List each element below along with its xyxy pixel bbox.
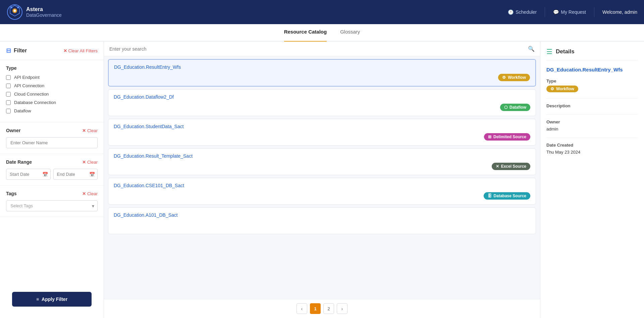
- select-tags-wrap: Select Tags ▾: [6, 200, 98, 211]
- catalog-item-footer-3: ⊞ Delimited Source: [114, 133, 530, 141]
- logo-area: Astera DataGovernance: [7, 4, 62, 20]
- badge-workflow-1: ⚙ Workflow: [498, 74, 530, 81]
- details-description-label: Description: [546, 103, 638, 108]
- details-type-value: ⚙ Workflow: [546, 86, 638, 92]
- apply-filter-btn[interactable]: ≡ Apply Filter: [12, 292, 92, 307]
- details-panel: ☰ Details DG_Education.ResultEntry_Wfs T…: [540, 42, 644, 318]
- svg-point-2: [14, 10, 16, 12]
- filter-title: ⊟ Filter: [6, 47, 27, 54]
- svg-point-4: [17, 6, 19, 8]
- search-icon: 🔍: [528, 46, 535, 52]
- tags-section: Tags ✕ Clear Select Tags ▾: [0, 186, 104, 217]
- tags-title: Tags: [6, 191, 17, 196]
- details-icon: ☰: [546, 48, 552, 56]
- tags-section-header: Tags ✕ Clear: [6, 191, 98, 196]
- checkbox-api-connection[interactable]: API Connection: [6, 83, 98, 88]
- details-description-field: Description: [546, 103, 638, 108]
- catalog-item-1[interactable]: DG_Education.ResultEntry_Wfs ⚙ Workflow: [108, 59, 536, 87]
- details-owner-field: Owner admin: [546, 119, 638, 131]
- catalog-item-3[interactable]: DG_Education.StudentData_Sact ⊞ Delimite…: [108, 119, 536, 146]
- checkbox-database-connection-input[interactable]: [6, 100, 11, 105]
- badge-icon-2: ⬡: [504, 105, 507, 110]
- tab-bar: Resource Catalog Glossary: [0, 24, 644, 42]
- checkbox-api-endpoint-input[interactable]: [6, 75, 11, 80]
- owner-clear-btn[interactable]: ✕ Clear: [82, 128, 98, 133]
- search-bar: 🔍: [104, 42, 540, 56]
- catalog-item-name-1: DG_Education.ResultEntry_Wfs: [114, 64, 530, 70]
- checkbox-api-endpoint[interactable]: API Endpoint: [6, 75, 98, 80]
- badge-icon-5: 🗄: [488, 194, 492, 198]
- catalog-item-name-4: DG_Education.Result_Template_Sact: [114, 153, 530, 159]
- page-btn-2[interactable]: 2: [323, 303, 334, 314]
- type-section-header: Type: [6, 65, 98, 71]
- catalog-item-4[interactable]: DG_Education.Result_Template_Sact ✕ Exce…: [108, 148, 536, 175]
- catalog-item-name-5: DG_Education.CSE101_DB_Sact: [114, 183, 530, 188]
- catalog-item-name-6: DG_Education.A101_DB_Sact: [114, 212, 530, 218]
- calendar-icon-start: 📅: [42, 172, 48, 177]
- page-prev-btn[interactable]: ‹: [297, 303, 307, 314]
- checkbox-dataflow-input[interactable]: [6, 109, 11, 113]
- tab-resource-catalog[interactable]: Resource Catalog: [284, 29, 327, 42]
- filter-header: ⊟ Filter ✕ Clear All Filters: [0, 42, 104, 60]
- badge-icon-1: ⚙: [502, 75, 506, 80]
- details-divider-3: [546, 138, 638, 138]
- logo-text: Astera DataGovernance: [26, 6, 62, 18]
- type-section-title: Type: [6, 65, 17, 71]
- type-section: Type API Endpoint API Connection Cloud C…: [0, 60, 104, 122]
- clear-all-filters-btn[interactable]: ✕ Clear All Filters: [63, 48, 98, 53]
- badge-icon-3: ⊞: [488, 135, 491, 139]
- tab-glossary[interactable]: Glossary: [340, 29, 360, 42]
- details-date-value: Thu May 23 2024: [546, 150, 638, 155]
- my-request-btn[interactable]: 💬 My Request: [553, 9, 586, 15]
- logo-sub: DataGovernance: [26, 12, 62, 18]
- checkbox-cloud-connection[interactable]: Cloud Connection: [6, 92, 98, 97]
- catalog-item-footer-5: 🗄 Database Source: [114, 192, 530, 200]
- logo-name: Astera: [26, 6, 62, 12]
- scheduler-btn[interactable]: 🕐 Scheduler: [508, 9, 537, 15]
- welcome-text: Welcome, admin: [602, 9, 637, 15]
- search-input[interactable]: [109, 46, 525, 52]
- catalog-item-footer-2: ⬡ Dataflow: [114, 104, 530, 111]
- top-nav: Astera DataGovernance 🕐 Scheduler 💬 My R…: [0, 0, 644, 24]
- page-btn-1[interactable]: 1: [310, 303, 321, 314]
- page-next-btn[interactable]: ›: [337, 303, 347, 314]
- catalog-item-footer-4: ✕ Excel Source: [114, 163, 530, 170]
- badge-excel-4: ✕ Excel Source: [492, 163, 530, 170]
- checkbox-api-connection-input[interactable]: [6, 84, 11, 88]
- filter-panel: ⊟ Filter ✕ Clear All Filters Type API En…: [0, 42, 104, 318]
- details-divider-1: [546, 98, 638, 99]
- owner-input[interactable]: [6, 137, 98, 148]
- tags-select[interactable]: Select Tags: [6, 200, 98, 211]
- catalog-item-name-3: DG_Education.StudentData_Sact: [114, 124, 530, 129]
- checkbox-dataflow[interactable]: Dataflow: [6, 108, 98, 113]
- details-divider-2: [546, 114, 638, 115]
- catalog-item-5[interactable]: DG_Education.CSE101_DB_Sact 🗄 Database S…: [108, 178, 536, 205]
- details-owner-value: admin: [546, 126, 638, 131]
- main-layout: ⊟ Filter ✕ Clear All Filters Type API En…: [0, 42, 644, 318]
- catalog-item-2[interactable]: DG_Education.Dataflow2_Df ⬡ Dataflow: [108, 89, 536, 116]
- date-range-section-header: Date Range ✕ Clear: [6, 159, 98, 165]
- details-date-label: Date Created: [546, 143, 638, 148]
- x-icon-tags: ✕: [82, 191, 86, 196]
- svg-point-3: [10, 6, 12, 8]
- message-icon: 💬: [553, 9, 559, 15]
- tags-clear-btn[interactable]: ✕ Clear: [82, 191, 98, 196]
- details-type-badge: ⚙ Workflow: [546, 86, 578, 92]
- start-date-wrap: 📅: [6, 169, 51, 180]
- catalog-item-name-2: DG_Education.Dataflow2_Df: [114, 94, 530, 100]
- date-clear-btn[interactable]: ✕ Clear: [82, 160, 98, 165]
- owner-section: Owner ✕ Clear: [0, 122, 104, 154]
- details-date-field: Date Created Thu May 23 2024: [546, 143, 638, 155]
- calendar-icon-end: 📅: [89, 172, 95, 177]
- x-icon-date: ✕: [82, 160, 86, 165]
- checkbox-database-connection[interactable]: Database Connection: [6, 100, 98, 105]
- badge-delimited-3: ⊞ Delimited Source: [484, 133, 530, 141]
- date-range-section: Date Range ✕ Clear 📅 📅: [0, 154, 104, 186]
- end-date-wrap: 📅: [53, 169, 98, 180]
- badge-dataflow-2: ⬡ Dataflow: [500, 104, 530, 111]
- owner-section-title: Owner: [6, 128, 21, 133]
- details-owner-label: Owner: [546, 119, 638, 124]
- catalog-item-6[interactable]: DG_Education.A101_DB_Sact: [108, 207, 536, 234]
- checkbox-cloud-connection-input[interactable]: [6, 92, 11, 97]
- date-range-title: Date Range: [6, 159, 32, 165]
